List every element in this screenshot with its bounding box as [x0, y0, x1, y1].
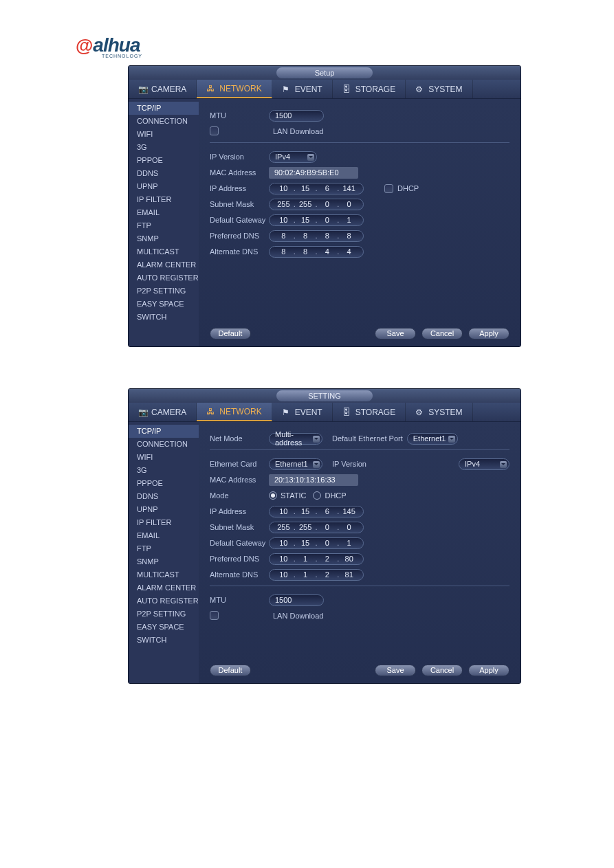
tab-network[interactable]: 🖧NETWORK	[197, 80, 272, 98]
main-tabs: 📷CAMERA 🖧NETWORK ⚑EVENT 🗄STORAGE ⚙SYSTEM	[129, 403, 520, 422]
tab-system[interactable]: ⚙SYSTEM	[406, 403, 472, 421]
sidebar-item-3g[interactable]: 3G	[129, 464, 199, 477]
dhcp-label: DHCP	[325, 491, 346, 500]
apply-button[interactable]: Apply	[468, 665, 509, 676]
event-icon: ⚑	[282, 408, 292, 417]
mtu-label: MTU	[210, 111, 269, 120]
tab-storage[interactable]: 🗄STORAGE	[333, 403, 406, 421]
sidebar-item-tcpip[interactable]: TCP/IP	[129, 102, 199, 115]
save-button[interactable]: Save	[375, 665, 416, 676]
sidebar-item-alarmcenter[interactable]: ALARM CENTER	[129, 258, 199, 271]
mtu-input[interactable]: 1500	[269, 110, 324, 122]
sidebar-item-p2p[interactable]: P2P SETTING	[129, 608, 199, 621]
sidebar-item-email[interactable]: EMAIL	[129, 529, 199, 542]
sidebar-item-ipfilter[interactable]: IP FILTER	[129, 516, 199, 529]
sidebar-item-ftp[interactable]: FTP	[129, 219, 199, 232]
sidebar-item-ddns[interactable]: DDNS	[129, 167, 199, 180]
sidebar-item-tcpip[interactable]: TCP/IP	[129, 425, 199, 438]
apply-button[interactable]: Apply	[468, 328, 509, 340]
cancel-button[interactable]: Cancel	[421, 665, 463, 676]
ipversion-label: IP Version	[210, 153, 269, 161]
sidebar-item-pppoe[interactable]: PPPOE	[129, 477, 199, 490]
sidebar-item-wifi[interactable]: WIFI	[129, 128, 199, 141]
sidebar-item-autoregister[interactable]: AUTO REGISTER	[129, 594, 199, 608]
sidebar-item-switch[interactable]: SWITCH	[129, 311, 199, 324]
sidebar-item-p2p[interactable]: P2P SETTING	[129, 285, 199, 298]
save-button[interactable]: Save	[375, 328, 416, 340]
sidebar: TCP/IP CONNECTION WIFI 3G PPPOE DDNS UPN…	[129, 99, 199, 346]
sidebar-item-autoregister[interactable]: AUTO REGISTER	[129, 271, 199, 285]
subnet-label: Subnet Mask	[210, 523, 269, 531]
sidebar-item-email[interactable]: EMAIL	[129, 206, 199, 219]
sidebar-item-multicast[interactable]: MULTICAST	[129, 245, 199, 258]
divider	[210, 142, 509, 143]
defport-select[interactable]: Ethernet1	[407, 433, 458, 445]
sidebar-item-switch[interactable]: SWITCH	[129, 634, 199, 647]
logo-text: alhua	[93, 34, 140, 56]
sidebar-item-ipfilter[interactable]: IP FILTER	[129, 193, 199, 206]
default-button[interactable]: Default	[210, 665, 251, 676]
ipaddr-label: IP Address	[210, 184, 269, 192]
ipversion-select[interactable]: IPv4	[269, 151, 317, 163]
sidebar: TCP/IP CONNECTION WIFI 3G PPPOE DDNS UPN…	[129, 422, 199, 683]
settings-panel: MTU 1500 LAN Download IP Version IPv4 MA…	[199, 99, 520, 346]
netmode-select[interactable]: Multi-address	[269, 433, 322, 445]
sidebar-item-snmp[interactable]: SNMP	[129, 232, 199, 245]
sidebar-item-3g[interactable]: 3G	[129, 141, 199, 154]
sidebar-item-alarmcenter[interactable]: ALARM CENTER	[129, 581, 199, 594]
camera-icon: 📷	[138, 85, 148, 94]
cancel-button[interactable]: Cancel	[421, 328, 463, 340]
logo: @alhua TECHNOLOGY	[76, 34, 614, 58]
ethcard-select[interactable]: Ethernet1	[269, 458, 322, 470]
mac-value: 90:02:A9:B9:5B:E0	[269, 167, 358, 179]
defport-label: Default Ethernet Port	[332, 434, 403, 443]
sidebar-item-upnp[interactable]: UPNP	[129, 503, 199, 516]
tab-system[interactable]: ⚙SYSTEM	[406, 80, 472, 98]
lan-download-checkbox[interactable]	[210, 611, 219, 620]
tab-event[interactable]: ⚑EVENT	[272, 403, 333, 421]
pdns-input[interactable]: 10. 1. 2. 80	[269, 553, 364, 565]
sidebar-item-upnp[interactable]: UPNP	[129, 180, 199, 193]
dhcp-checkbox[interactable]	[384, 184, 393, 193]
sidebar-item-easyspace[interactable]: EASY SPACE	[129, 298, 199, 311]
adns-input[interactable]: 8. 8. 4. 4	[269, 246, 364, 258]
tab-event[interactable]: ⚑EVENT	[272, 80, 333, 98]
gateway-input[interactable]: 10. 15. 0. 1	[269, 537, 364, 549]
tab-camera[interactable]: 📷CAMERA	[129, 403, 197, 421]
pdns-label: Preferred DNS	[210, 555, 269, 563]
static-radio[interactable]	[269, 491, 277, 500]
sidebar-item-connection[interactable]: CONNECTION	[129, 438, 199, 451]
ipaddr-input[interactable]: 10. 15. 6. 145	[269, 506, 364, 518]
subnet-input[interactable]: 255. 255. 0. 0	[269, 199, 364, 210]
default-button[interactable]: Default	[210, 328, 251, 340]
ipaddr-input[interactable]: 10. 15. 6. 141	[269, 183, 364, 194]
adns-label: Alternate DNS	[210, 247, 269, 256]
ipver-select[interactable]: IPv4	[459, 458, 509, 470]
pdns-input[interactable]: 8. 8. 8. 8	[269, 230, 364, 242]
sidebar-item-ftp[interactable]: FTP	[129, 542, 199, 555]
sidebar-item-connection[interactable]: CONNECTION	[129, 115, 199, 128]
tab-storage[interactable]: 🗄STORAGE	[333, 80, 406, 98]
sidebar-item-ddns[interactable]: DDNS	[129, 490, 199, 503]
subnet-input[interactable]: 255. 255. 0. 0	[269, 522, 364, 533]
mtu-input[interactable]: 1500	[269, 594, 324, 606]
sidebar-item-wifi[interactable]: WIFI	[129, 451, 199, 464]
main-tabs: 📷CAMERA 🖧NETWORK ⚑EVENT 🗄STORAGE ⚙SYSTEM	[129, 80, 520, 99]
sidebar-item-pppoe[interactable]: PPPOE	[129, 154, 199, 167]
lan-download-checkbox[interactable]	[210, 126, 219, 135]
divider	[210, 449, 509, 450]
dhcp-radio[interactable]	[313, 491, 321, 500]
sidebar-item-multicast[interactable]: MULTICAST	[129, 568, 199, 581]
divider	[210, 586, 509, 586]
camera-icon: 📷	[138, 408, 148, 417]
sidebar-item-easyspace[interactable]: EASY SPACE	[129, 621, 199, 634]
ipaddr-label: IP Address	[210, 507, 269, 515]
adns-input[interactable]: 10. 1. 2. 81	[269, 569, 364, 581]
gateway-input[interactable]: 10. 15. 0. 1	[269, 214, 364, 226]
setting-window: SETTING 📷CAMERA 🖧NETWORK ⚑EVENT 🗄STORAGE…	[128, 388, 521, 684]
tab-camera[interactable]: 📷CAMERA	[129, 80, 197, 98]
system-icon: ⚙	[415, 85, 425, 94]
network-icon: 🖧	[206, 84, 216, 93]
tab-network[interactable]: 🖧NETWORK	[197, 403, 272, 421]
sidebar-item-snmp[interactable]: SNMP	[129, 555, 199, 568]
